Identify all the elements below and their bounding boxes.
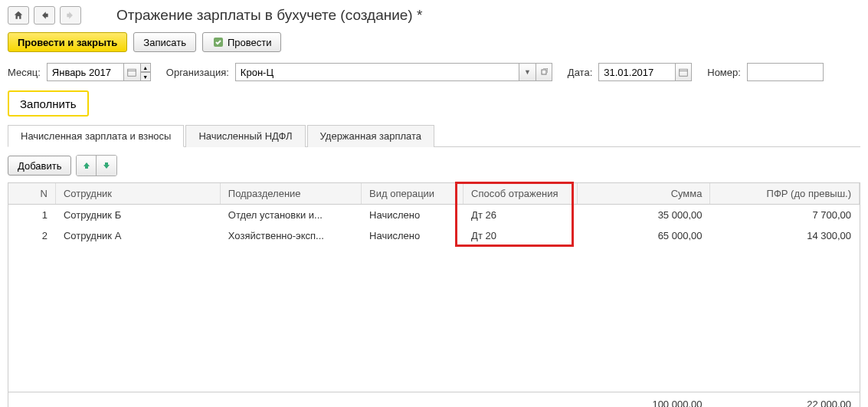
col-header-sum[interactable]: Сумма [577, 183, 710, 205]
cell-sum: 65 000,00 [577, 225, 710, 246]
open-icon [540, 68, 548, 76]
cell-operation: Начислено [362, 205, 463, 226]
org-label: Организация: [166, 67, 229, 78]
number-input[interactable] [747, 63, 824, 81]
cell-department: Хозяйственно-эксп... [220, 225, 361, 246]
move-up-button[interactable] [77, 156, 97, 176]
svg-rect-1 [128, 69, 136, 76]
chevron-down-icon: ▼ [524, 68, 531, 76]
arrow-up-icon [82, 161, 91, 170]
table-row[interactable]: 1Сотрудник БОтдел установки и...Начислен… [8, 205, 860, 226]
cell-operation: Начислено [362, 225, 463, 246]
post-close-button[interactable]: Провести и закрыть [8, 32, 127, 52]
total-pfr: 22 000,00 [710, 392, 860, 408]
cell-employee: Сотрудник А [55, 225, 220, 246]
col-header-employee[interactable]: Сотрудник [55, 183, 220, 205]
save-button[interactable]: Записать [133, 32, 196, 52]
month-label: Месяц: [8, 67, 41, 78]
total-sum: 100 000,00 [577, 392, 710, 408]
month-input[interactable] [47, 63, 123, 81]
arrow-down-icon [102, 161, 111, 170]
cell-method: Дт 20 [463, 225, 577, 246]
col-header-department[interactable]: Подразделение [220, 183, 361, 205]
svg-rect-4 [680, 69, 688, 76]
month-spinner[interactable]: ▲▼ [140, 63, 151, 81]
col-header-operation[interactable]: Вид операции [362, 183, 463, 205]
number-label: Номер: [707, 67, 741, 78]
org-open-button[interactable] [536, 63, 552, 81]
tabs: Начисленная зарплата и взносы Начисленны… [8, 124, 860, 147]
org-input[interactable] [235, 63, 519, 81]
cell-pfr: 7 700,00 [710, 205, 860, 226]
page-title: Отражение зарплаты в бухучете (создание)… [116, 7, 422, 24]
post-button[interactable]: Провести [202, 32, 282, 52]
cell-n: 2 [8, 225, 55, 246]
post-icon [212, 36, 224, 48]
table-row[interactable]: 2Сотрудник АХозяйственно-эксп...Начислен… [8, 225, 860, 246]
back-button[interactable] [34, 6, 55, 25]
cell-department: Отдел установки и... [220, 205, 361, 226]
svg-rect-3 [542, 70, 546, 74]
cell-pfr: 14 300,00 [710, 225, 860, 246]
cell-method: Дт 26 [463, 205, 577, 226]
add-row-button[interactable]: Добавить [8, 156, 71, 176]
col-header-n[interactable]: N [8, 183, 55, 205]
data-grid: N Сотрудник Подразделение Вид операции С… [8, 183, 860, 246]
col-header-method[interactable]: Способ отражения [463, 183, 577, 205]
cell-sum: 35 000,00 [577, 205, 710, 226]
date-calendar-button[interactable] [675, 63, 692, 81]
move-down-button[interactable] [97, 156, 116, 176]
date-label: Дата: [568, 67, 592, 78]
fill-button[interactable]: Заполнить [8, 90, 89, 117]
month-calendar-button[interactable] [123, 63, 140, 81]
totals-row: 100 000,00 22 000,00 [8, 392, 860, 408]
tab-withheld[interactable]: Удержанная зарплата [307, 125, 434, 147]
home-button[interactable] [8, 6, 29, 25]
tab-ndfl[interactable]: Начисленный НДФЛ [185, 125, 305, 147]
date-input[interactable] [598, 63, 675, 81]
calendar-icon [679, 67, 688, 77]
col-header-pfr[interactable]: ПФР (до превыш.) [710, 183, 860, 205]
calendar-icon [127, 67, 136, 77]
tab-salary-contributions[interactable]: Начисленная зарплата и взносы [8, 125, 184, 147]
org-dropdown-button[interactable]: ▼ [519, 63, 536, 81]
cell-n: 1 [8, 205, 55, 226]
forward-button[interactable] [60, 6, 81, 25]
cell-employee: Сотрудник Б [55, 205, 220, 226]
